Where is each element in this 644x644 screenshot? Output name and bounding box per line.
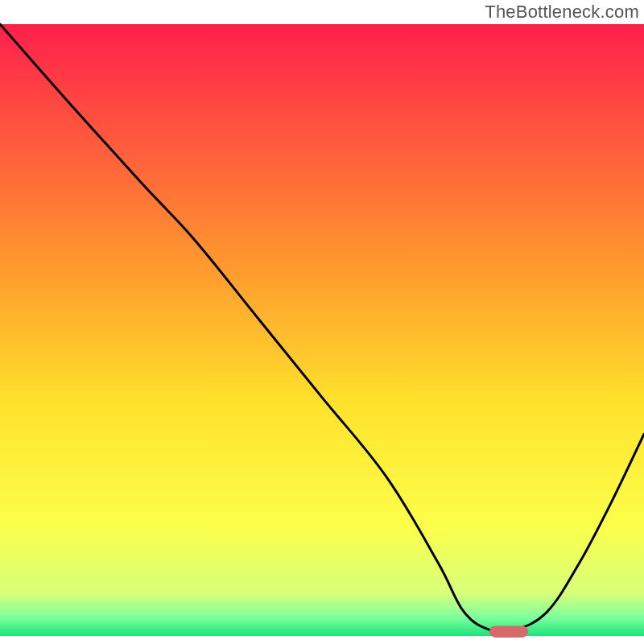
chart-svg (0, 0, 644, 644)
gradient-background (0, 24, 644, 636)
axis-strip (0, 636, 644, 644)
chart-plot (0, 0, 644, 644)
watermark-text: TheBottleneck.com (485, 2, 639, 23)
chart-stage: TheBottleneck.com (0, 0, 644, 644)
optimal-range-marker (489, 625, 528, 637)
